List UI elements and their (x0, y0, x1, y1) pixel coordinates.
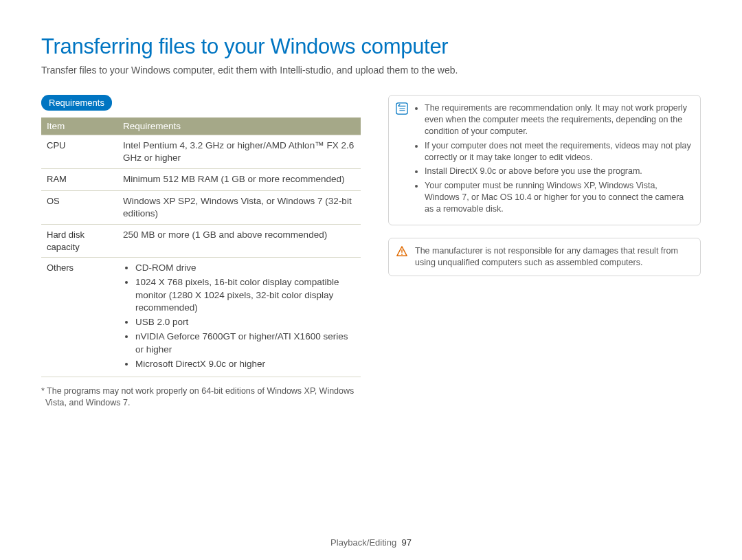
others-item: nVIDIA Geforce 7600GT or higher/ATI X160… (135, 331, 355, 355)
note-item: Your computer must be running Windows XP… (425, 180, 692, 215)
page-footer: Playback/Editing 97 (0, 537, 742, 548)
row-others-label: Others (41, 258, 117, 377)
others-item: 1024 X 768 pixels, 16-bit color display … (135, 276, 355, 314)
note-box: The requirements are recommendation only… (388, 95, 701, 225)
row-ram-label: RAM (41, 169, 117, 190)
note-item: If your computer does not meet the requi… (425, 140, 692, 164)
th-item: Item (41, 117, 117, 135)
warning-icon (396, 245, 408, 258)
svg-point-2 (401, 254, 403, 255)
th-req: Requirements (117, 117, 361, 135)
row-ram-val: Minimum 512 MB RAM (1 GB or more recomme… (117, 169, 361, 190)
others-item: Microsoft DirectX 9.0c or higher (135, 358, 355, 370)
row-hd-label: Hard disk capacity (41, 225, 117, 258)
intro-text: Transfer files to your Windows computer,… (41, 65, 701, 76)
row-cpu-val: Intel Pentium 4, 3.2 GHz or higher/AMD A… (117, 135, 361, 169)
others-item: USB 2.0 port (135, 316, 355, 328)
row-others-val: CD-ROM drive1024 X 768 pixels, 16-bit co… (117, 258, 361, 377)
requirements-table: Item Requirements CPU Intel Pentium 4, 3… (41, 117, 361, 377)
note-item: Install DirectX 9.0c or above before you… (425, 166, 692, 177)
page-title: Transferring files to your Windows compu… (41, 34, 701, 59)
warning-text: The manufacturer is not responsible for … (415, 246, 678, 267)
row-os-label: OS (41, 190, 117, 224)
note-item: The requirements are recommendation only… (425, 102, 692, 137)
row-cpu-label: CPU (41, 135, 117, 169)
footnote: * The programs may not work properly on … (41, 385, 361, 409)
footer-page: 97 (401, 537, 411, 548)
others-item: CD-ROM drive (135, 262, 355, 274)
row-hd-val: 250 MB or more (1 GB and above recommend… (117, 225, 361, 258)
row-os-val: Windows XP SP2, Windows Vista, or Window… (117, 190, 361, 224)
warning-box: The manufacturer is not responsible for … (388, 238, 701, 276)
section-heading: Requirements (41, 95, 112, 111)
footer-section: Playback/Editing (330, 537, 396, 548)
note-icon (396, 102, 408, 115)
